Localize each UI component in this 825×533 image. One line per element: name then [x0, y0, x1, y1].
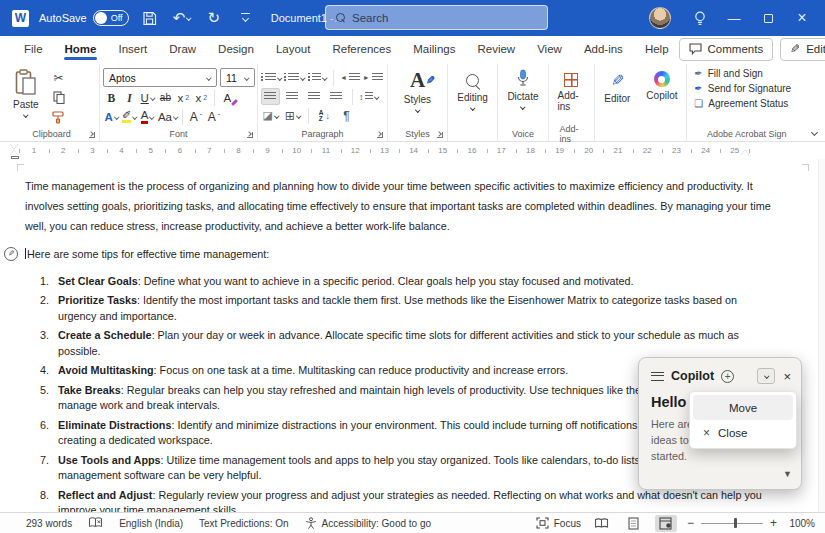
zoom-in-button[interactable]: + — [770, 516, 777, 530]
redo-button[interactable]: ↻ — [203, 7, 225, 29]
close-button[interactable]: × — [787, 5, 817, 31]
tab-home[interactable]: Home — [55, 39, 107, 60]
maximize-button[interactable] — [753, 5, 783, 31]
underline-button[interactable]: U — [139, 89, 156, 106]
addins-button[interactable]: Add-ins — [552, 66, 592, 115]
tab-help[interactable]: Help — [635, 39, 679, 60]
superscript-button[interactable]: x2 — [193, 89, 210, 106]
tab-insert[interactable]: Insert — [108, 39, 157, 60]
tab-review[interactable]: Review — [467, 39, 525, 60]
editing-mode-button[interactable]: ✎ Editing — [780, 38, 825, 61]
copilot-close-icon[interactable]: × — [783, 369, 791, 384]
tab-mailings[interactable]: Mailings — [403, 39, 465, 60]
copilot-options-button[interactable] — [757, 368, 775, 384]
copilot-button[interactable]: Copilot — [640, 66, 683, 104]
vertical-scrollbar[interactable] — [818, 159, 825, 512]
font-size-combo[interactable]: 11 — [220, 68, 255, 87]
copy-button[interactable] — [49, 89, 69, 106]
grow-font-button[interactable]: Aˆ — [187, 108, 204, 125]
language-status[interactable]: English (India) — [119, 518, 183, 529]
word-count[interactable]: 293 words — [26, 518, 72, 529]
change-case-button[interactable]: Aa — [157, 108, 179, 125]
undo-button[interactable]: ↶ — [171, 7, 193, 29]
tab-file[interactable]: File — [14, 39, 53, 60]
proofing-status[interactable] — [88, 517, 103, 529]
customize-quick-access-button[interactable] — [235, 7, 257, 29]
line-spacing-button[interactable]: ↕ — [359, 88, 379, 105]
sort-button[interactable]: AZ↓ — [315, 107, 334, 124]
copilot-menu-icon[interactable] — [651, 372, 664, 381]
clear-formatting-button[interactable]: A — [219, 89, 236, 106]
format-painter-button[interactable] — [49, 109, 69, 126]
styles-dialog-launcher[interactable] — [437, 132, 443, 138]
minimize-button[interactable]: — — [719, 5, 749, 31]
multilevel-list-button[interactable] — [308, 69, 327, 86]
zoom-slider[interactable] — [701, 523, 763, 524]
text-effects-button[interactable]: A — [103, 108, 120, 125]
user-avatar[interactable] — [649, 7, 671, 29]
font-dialog-launcher[interactable] — [247, 132, 253, 138]
paragraph-dialog-launcher[interactable] — [377, 132, 383, 138]
zoom-level[interactable]: 100% — [787, 518, 815, 529]
text-predictions-status[interactable]: Text Predictions: On — [199, 518, 288, 529]
borders-button[interactable]: ⊞ — [283, 107, 302, 124]
right-indent-marker[interactable] — [741, 150, 749, 155]
menu-item-move[interactable]: Move — [693, 395, 793, 420]
tab-references[interactable]: References — [322, 39, 401, 60]
show-paragraph-marks-button[interactable]: ¶ — [337, 107, 356, 124]
focus-mode-button[interactable]: Focus — [536, 517, 581, 529]
justify-button[interactable] — [327, 88, 346, 105]
editing-button[interactable]: Editing — [451, 66, 494, 113]
strikethrough-button[interactable]: ab — [157, 89, 174, 106]
accessibility-status[interactable]: Accessibility: Good to go — [305, 517, 432, 529]
web-layout-button[interactable] — [655, 515, 677, 532]
tab-design[interactable]: Design — [208, 39, 264, 60]
styles-button[interactable]: A Styles — [398, 66, 437, 115]
zoom-slider-handle[interactable] — [734, 518, 738, 528]
horizontal-ruler[interactable]: 1234567891011121314151617181920212223242… — [0, 142, 825, 160]
first-line-indent-marker[interactable] — [10, 144, 18, 149]
print-layout-button[interactable] — [623, 515, 645, 532]
hanging-indent-marker[interactable] — [10, 150, 18, 155]
align-center-button[interactable] — [283, 88, 302, 105]
tab-view[interactable]: View — [527, 39, 572, 60]
italic-button[interactable]: I — [121, 89, 138, 106]
font-color-button[interactable]: A — [139, 108, 156, 125]
autosave-toggle[interactable]: Off — [93, 10, 129, 26]
editor-button[interactable]: ✎ Editor — [598, 66, 636, 107]
coach-button[interactable] — [685, 5, 715, 31]
send-for-signature-button[interactable]: ✒Send for Signature — [694, 83, 791, 94]
increase-indent-button[interactable]: ► — [363, 69, 383, 86]
cut-button[interactable]: ✂ — [49, 69, 69, 86]
search-input[interactable]: Search — [325, 5, 548, 30]
agreement-status-button[interactable]: ❏Agreement Status — [694, 98, 791, 109]
clipboard-dialog-launcher[interactable] — [89, 132, 95, 138]
copilot-new-chat-icon[interactable]: + — [721, 370, 734, 383]
read-mode-button[interactable] — [591, 515, 613, 532]
copilot-margin-icon[interactable] — [4, 247, 18, 261]
menu-item-close[interactable]: ×Close — [693, 420, 793, 445]
copilot-scroll-down-icon[interactable]: ▼ — [783, 469, 792, 479]
decrease-indent-button[interactable]: ◄ — [340, 69, 360, 86]
comments-button[interactable]: Comments — [679, 38, 774, 61]
tab-add-ins[interactable]: Add-ins — [574, 39, 633, 60]
highlight-color-button[interactable]: ✐ — [121, 108, 138, 125]
font-name-combo[interactable]: Aptos — [103, 68, 217, 87]
numbering-button[interactable] — [284, 69, 305, 86]
zoom-out-button[interactable]: − — [687, 516, 694, 530]
bullets-button[interactable] — [261, 69, 282, 86]
align-right-button[interactable] — [305, 88, 324, 105]
collapse-ribbon-button[interactable] — [806, 64, 823, 141]
shading-button[interactable]: ◪ — [261, 107, 280, 124]
save-button[interactable] — [139, 7, 161, 29]
dictate-button[interactable]: Dictate — [501, 66, 544, 112]
align-left-button[interactable] — [261, 88, 280, 105]
tab-layout[interactable]: Layout — [266, 39, 321, 60]
subscript-button[interactable]: x2 — [175, 89, 192, 106]
bold-button[interactable]: B — [103, 89, 120, 106]
paste-button[interactable]: Paste — [7, 66, 45, 120]
tab-draw[interactable]: Draw — [159, 39, 206, 60]
fill-and-sign-button[interactable]: ✒Fill and Sign — [694, 68, 791, 79]
shrink-font-button[interactable]: Aˇ — [205, 108, 222, 125]
autosave-control[interactable]: AutoSave Off — [39, 10, 129, 26]
